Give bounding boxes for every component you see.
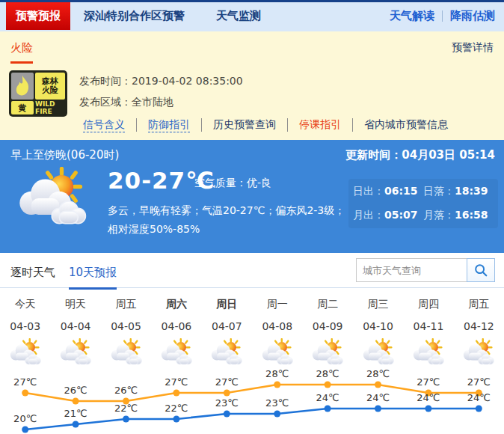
flame-icon xyxy=(11,73,34,100)
search-icon xyxy=(473,263,488,278)
forecast-day-column: 周六04-06 xyxy=(151,288,201,368)
moonset-item: 月落：16:58 xyxy=(423,209,494,222)
tab-fire-risk[interactable]: 火险 xyxy=(10,41,33,64)
tab-hourly-weather[interactable]: 逐时天气 xyxy=(10,266,55,287)
moonset-label: 月落： xyxy=(423,209,455,221)
link-defense-guide[interactable]: 防御指引 xyxy=(136,118,201,132)
divider xyxy=(442,10,443,22)
air-quality-label: 空气质量： xyxy=(194,177,247,189)
forecast-day-column: 周五04-05 xyxy=(101,288,151,368)
moonrise-label: 月出： xyxy=(353,209,384,221)
tab-warning-forecast[interactable]: 预警预报 xyxy=(6,2,70,30)
moonset-value: 16:58 xyxy=(455,209,488,221)
link-signal-meaning[interactable]: 信号含义 xyxy=(72,118,136,132)
search-button[interactable] xyxy=(467,258,495,282)
forest-fire-warning-icon: 森林 火险 黄 WILD FIRE xyxy=(9,70,67,117)
top-nav-links: 深汕特别合作区预警 天气监测 xyxy=(84,2,261,30)
day-label: 周五 xyxy=(101,298,151,311)
weather-icon-wrap xyxy=(302,338,352,368)
temp-label: 26℃ xyxy=(64,385,87,396)
temp-label: 27℃ xyxy=(215,376,239,388)
date-label: 04-06 xyxy=(151,320,201,332)
partly-cloudy-icon xyxy=(109,338,144,365)
link-rain-estimate[interactable]: 降雨估测 xyxy=(450,9,495,23)
link-class-suspension-guide[interactable]: 停课指引 xyxy=(287,118,352,132)
weather-icon-wrap xyxy=(202,338,252,368)
update-time-value: 04月03日 05:14 xyxy=(402,148,495,162)
warning-type-line2: 火险 xyxy=(42,86,58,95)
temp-label: 23℃ xyxy=(265,397,289,409)
sunset-label: 日落： xyxy=(423,185,455,197)
ten-day-forecast: 今天04-03 明天04-04 xyxy=(0,288,504,368)
publish-area-value: 全市陆地 xyxy=(132,96,173,108)
date-label: 04-08 xyxy=(252,320,302,332)
temp-point xyxy=(375,382,381,388)
link-province-city-warnings[interactable]: 省内城市预警信息 xyxy=(352,118,459,132)
moonrise-value: 05:07 xyxy=(384,209,418,221)
weather-icon-wrap xyxy=(50,338,100,368)
update-time-label: 更新时间： xyxy=(345,148,402,162)
temp-point xyxy=(375,406,381,412)
temp-point xyxy=(173,416,179,423)
link-warning-details[interactable]: 预警详情 xyxy=(452,41,494,55)
forecast-day-column: 周一04-08 xyxy=(252,288,302,368)
temp-label: 27℃ xyxy=(417,376,440,388)
temp-point xyxy=(274,382,280,388)
day-label: 周三 xyxy=(353,298,403,311)
temp-label: 27℃ xyxy=(467,376,491,388)
link-history-warning-query[interactable]: 历史预警查询 xyxy=(201,118,287,132)
warning-level-badge: 黄 xyxy=(11,101,34,114)
temp-label: 26℃ xyxy=(114,385,138,396)
temp-point xyxy=(325,406,331,412)
sunrise-item: 日出：06:15 xyxy=(353,185,423,198)
warning-body: 森林 火险 黄 WILD FIRE 发布时间：2019-04-02 08:35:… xyxy=(9,70,243,117)
temp-point xyxy=(425,406,431,412)
publish-time-value: 2019-04-02 08:35:00 xyxy=(132,75,243,87)
tab-weather-monitor[interactable]: 天气监测 xyxy=(216,9,261,23)
current-weather-panel: 早上至傍晚(06-20时) 更新时间：04月03日 05:14 20-27℃ 空… xyxy=(0,140,504,253)
date-label: 04-09 xyxy=(302,320,352,332)
link-signal-meaning-label: 信号含义 xyxy=(83,118,125,132)
day-label: 明天 xyxy=(50,298,100,311)
link-weather-interpretation[interactable]: 天气解读 xyxy=(390,9,434,23)
city-weather-search xyxy=(356,258,495,282)
low-temp-line xyxy=(25,409,479,430)
forecast-tabs-row: 逐时天气 10天预报 xyxy=(0,253,504,288)
warning-band: 火险 预警详情 森林 火险 黄 WILD FIRE 发布时间：2019-04-0… xyxy=(0,31,504,140)
temp-label: 27℃ xyxy=(165,376,188,388)
temp-point xyxy=(22,427,28,433)
forecast-day-column: 周日04-07 xyxy=(202,288,252,368)
partly-cloudy-icon xyxy=(58,338,93,365)
day-label: 周六 xyxy=(151,298,201,311)
search-input[interactable] xyxy=(356,258,467,282)
temp-point xyxy=(224,390,230,397)
partly-cloudy-icon xyxy=(8,338,43,365)
temp-label: 20℃ xyxy=(13,413,37,424)
temp-label: 28℃ xyxy=(316,368,339,379)
tab-shenshan-cooperation-zone[interactable]: 深汕特别合作区预警 xyxy=(84,9,185,23)
temp-point xyxy=(274,411,280,418)
date-label: 04-11 xyxy=(403,320,453,332)
forecast-day-column: 今天04-03 xyxy=(0,288,50,368)
weather-icon-wrap xyxy=(0,338,50,368)
partly-cloudy-icon xyxy=(159,338,194,365)
day-label: 周日 xyxy=(202,298,252,311)
weather-description: 多云，早晚有轻雾；气温20-27℃；偏东风2-3级；相对湿度50%-85% xyxy=(108,201,354,239)
sunset-value: 18:39 xyxy=(455,185,488,197)
air-quality-value: 优-良 xyxy=(247,177,271,189)
date-label: 04-03 xyxy=(0,320,50,332)
tab-ten-day-forecast[interactable]: 10天预报 xyxy=(69,266,117,290)
temp-point xyxy=(224,411,230,418)
day-label: 周二 xyxy=(302,298,352,311)
day-label: 今天 xyxy=(0,298,50,311)
temp-point xyxy=(123,416,129,423)
partly-cloudy-icon xyxy=(209,338,244,365)
current-weather-icon xyxy=(15,167,90,228)
update-time: 更新时间：04月03日 05:14 xyxy=(345,148,495,162)
forecast-day-column: 明天04-04 xyxy=(50,288,100,368)
weather-icon-wrap xyxy=(101,338,151,368)
forecast-day-column: 周五04-12 xyxy=(454,288,504,368)
temp-label: 23℃ xyxy=(215,397,239,409)
temp-point xyxy=(325,382,331,388)
partly-cloudy-icon xyxy=(411,338,446,365)
